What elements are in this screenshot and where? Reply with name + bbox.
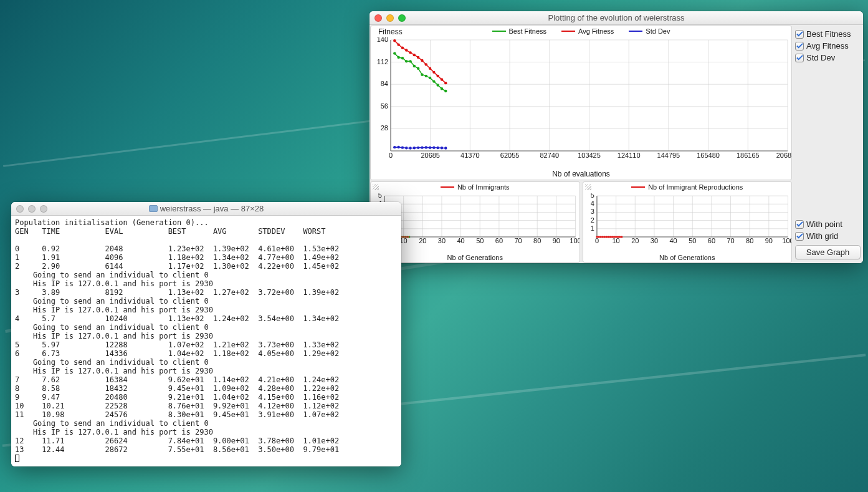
svg-point-49 [397,43,399,46]
svg-point-41 [421,73,423,75]
svg-point-59 [436,75,439,77]
zoom-icon[interactable] [40,205,47,213]
svg-text:30: 30 [650,237,657,244]
fitness-chart-panel: Fitness Best FitnessAvg FitnessStd Dev 0… [370,26,792,180]
svg-point-72 [432,147,435,149]
svg-point-54 [417,56,419,59]
checkbox-with-point[interactable]: With point [795,219,861,229]
svg-point-62 [393,146,396,148]
svg-text:82740: 82740 [540,152,560,159]
svg-text:206850: 206850 [776,152,791,159]
svg-text:50: 50 [689,237,696,244]
svg-text:41370: 41370 [460,152,480,159]
minimize-icon[interactable] [28,205,36,213]
svg-text:40: 40 [457,237,464,244]
svg-point-48 [393,39,396,42]
fitness-chart: 0206854137062055827401034251241101447951… [371,37,791,161]
svg-point-66 [409,147,411,149]
svg-point-51 [405,49,408,51]
check-icon [795,220,804,229]
svg-text:20: 20 [419,237,426,244]
checkbox-label: Std Dev [806,53,835,62]
checkbox-label: With grid [806,231,838,241]
svg-point-166 [611,236,613,238]
svg-text:28: 28 [381,124,388,132]
svg-text:90: 90 [765,237,772,244]
svg-point-56 [425,63,427,65]
immigrant-repro-xaxis-label: Nb of Generations [583,254,792,261]
svg-point-40 [417,67,419,70]
svg-point-161 [601,236,603,238]
checkbox-with-grid[interactable]: With grid [795,231,861,241]
svg-point-171 [621,236,622,238]
svg-point-60 [441,78,443,80]
svg-point-37 [405,60,408,62]
folder-icon [149,205,158,212]
check-icon [795,42,804,51]
svg-text:140: 140 [377,37,388,43]
svg-text:144795: 144795 [657,152,680,159]
svg-point-69 [421,146,423,148]
svg-point-68 [417,147,419,149]
svg-point-35 [397,56,399,59]
terminal-window-title: weierstrass — java — 87×28 [11,204,401,213]
plot-traffic-lights[interactable] [374,14,406,22]
terminal-traffic-lights[interactable] [16,205,47,213]
svg-text:165480: 165480 [697,152,720,159]
close-icon[interactable] [374,14,382,22]
svg-text:56: 56 [381,102,388,110]
svg-text:50: 50 [476,237,484,244]
svg-text:80: 80 [533,237,541,244]
svg-point-55 [421,59,423,62]
svg-text:100: 100 [782,237,791,244]
plot-titlebar[interactable]: Plotting of the evolution of weierstrass [370,11,863,25]
svg-text:186165: 186165 [737,152,760,159]
svg-point-167 [613,236,614,238]
svg-point-169 [617,236,619,238]
svg-point-64 [401,146,404,148]
svg-text:100: 100 [570,237,579,244]
close-icon[interactable] [16,205,24,213]
svg-point-34 [393,52,396,54]
checkbox-label: Avg Fitness [806,41,849,51]
svg-point-61 [444,82,447,84]
svg-point-170 [619,236,621,238]
svg-point-165 [609,236,611,238]
terminal-cursor [15,455,19,462]
save-graph-button[interactable]: Save Graph [795,245,861,259]
immigrant-repro-legend: Nb of Immigrant Reproductions [583,183,792,191]
svg-text:0: 0 [389,152,393,159]
svg-point-158 [596,236,598,238]
svg-point-159 [598,236,599,238]
svg-text:84: 84 [381,80,388,87]
svg-point-168 [615,236,617,238]
checkbox-best-fitness[interactable]: Best Fitness [795,29,861,39]
terminal-titlebar[interactable]: weierstrass — java — 87×28 [11,202,401,216]
options-sidebar: Best Fitness Avg Fitness Std Dev With po… [793,25,863,263]
immigrant-repro-chart: 010203040506070809010012345 [583,193,792,246]
svg-text:62055: 62055 [500,152,520,159]
svg-point-70 [425,146,427,148]
minimize-icon[interactable] [386,14,394,22]
svg-point-75 [444,147,447,149]
immigrants-legend: Nb of Immigrants [371,183,579,191]
zoom-icon[interactable] [398,14,406,22]
svg-text:70: 70 [727,237,734,244]
svg-text:20: 20 [631,237,639,244]
svg-point-57 [429,67,431,70]
svg-text:20685: 20685 [421,152,440,159]
svg-text:10: 10 [612,237,619,244]
svg-point-44 [432,80,435,82]
svg-text:60: 60 [707,237,715,244]
terminal-output[interactable]: Population initialisation (Generation 0)… [11,216,401,466]
checkbox-label: Best Fitness [806,29,851,39]
svg-text:80: 80 [746,237,753,244]
svg-point-73 [436,147,439,149]
immigrant-repro-chart-panel: Nb of Immigrant Reproductions 0102030405… [583,181,793,263]
checkbox-avg-fitness[interactable]: Avg Fitness [795,41,861,51]
svg-text:0: 0 [594,237,598,244]
svg-point-163 [605,236,607,238]
fitness-chart-legend: Best FitnessAvg FitnessStd Dev [371,27,791,35]
svg-point-45 [436,84,439,86]
checkbox-std-dev[interactable]: Std Dev [795,52,861,63]
